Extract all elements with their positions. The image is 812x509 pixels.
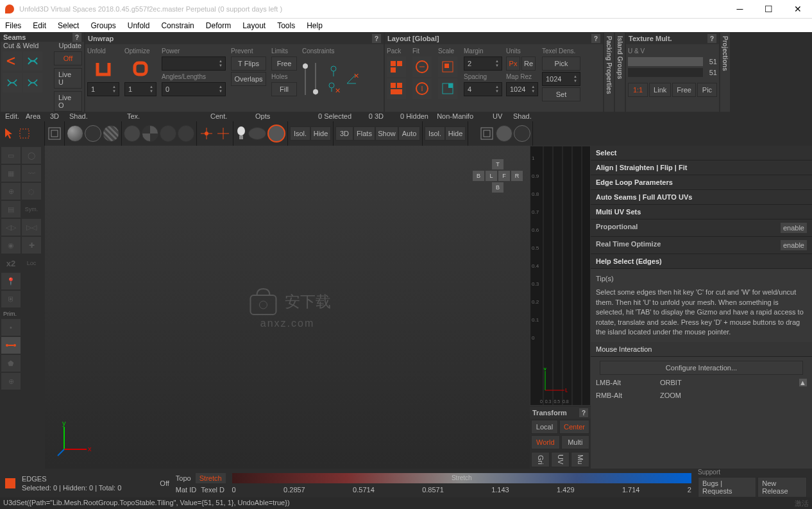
- tool-dot-icon[interactable]: •: [1, 319, 21, 336]
- cent-2-icon[interactable]: [216, 126, 231, 141]
- axis-icon[interactable]: ✕: [344, 72, 359, 86]
- fit-icon-2[interactable]: [412, 78, 432, 99]
- pointer-tool-icon[interactable]: [2, 126, 16, 141]
- spacing-spinner[interactable]: 4▲▼: [464, 82, 502, 96]
- pin-x-icon[interactable]: ✕: [326, 80, 341, 94]
- maximize-button[interactable]: ☐: [754, 0, 783, 18]
- shade-2-icon[interactable]: [85, 125, 101, 142]
- margin-spinner[interactable]: 2▲▼: [464, 56, 502, 71]
- constraint-slider-2[interactable]: [312, 60, 319, 98]
- pic-button[interactable]: Pic: [697, 83, 717, 97]
- set-button[interactable]: Set: [542, 87, 580, 101]
- multi-button[interactable]: Multi: [561, 435, 590, 449]
- shade-1-icon[interactable]: [67, 125, 83, 142]
- pin-icon[interactable]: [326, 64, 341, 78]
- light-icon[interactable]: [235, 126, 247, 141]
- bugs-button[interactable]: Bugs | Requests: [698, 477, 756, 497]
- center-button[interactable]: Center: [559, 420, 589, 434]
- matid-button[interactable]: Mat ID: [176, 486, 196, 494]
- mu-tab[interactable]: Mu: [571, 452, 589, 467]
- tool-grid-icon[interactable]: ▦: [1, 165, 21, 182]
- re-button[interactable]: Re: [521, 56, 536, 71]
- nav-bottom[interactable]: B: [492, 182, 503, 193]
- maprez-spinner[interactable]: 1024▲▼: [506, 82, 538, 96]
- uv-grid-viewport[interactable]: 10.90.80.70.60.50.40.30.20.10 vu 0 0.3 0…: [530, 146, 591, 406]
- nav-back[interactable]: B: [473, 171, 484, 181]
- link-button[interactable]: Link: [649, 83, 671, 97]
- hide-button[interactable]: Hide: [310, 126, 331, 141]
- nav-front[interactable]: F: [498, 171, 510, 181]
- show-button[interactable]: Show: [375, 126, 398, 141]
- help-icon[interactable]: ?: [72, 33, 81, 42]
- live-o-button[interactable]: Live O: [54, 91, 82, 112]
- live-u-button[interactable]: Live U: [54, 68, 82, 89]
- help-icon[interactable]: ?: [372, 34, 381, 43]
- menu-edit[interactable]: Edit: [33, 21, 46, 30]
- fill-button[interactable]: Fill: [271, 82, 297, 96]
- topo-button[interactable]: Topo: [176, 474, 191, 482]
- tex-4-icon[interactable]: [178, 125, 194, 142]
- tool-globe-icon[interactable]: ⊕: [1, 373, 21, 390]
- world-button[interactable]: World: [531, 435, 560, 449]
- 3d-button[interactable]: 3D: [335, 126, 353, 141]
- tool-wave-icon[interactable]: 〰: [22, 165, 41, 182]
- cut-tool2-icon[interactable]: [3, 73, 22, 92]
- proportional-section[interactable]: Proportionalenable: [591, 220, 812, 237]
- menu-groups[interactable]: Groups: [90, 21, 115, 30]
- menu-unfold[interactable]: Unfold: [128, 21, 150, 30]
- power-spinner[interactable]: ▲▼: [162, 56, 226, 71]
- tool-lasso-icon[interactable]: ◯: [22, 147, 41, 164]
- projections-tab[interactable]: Projections: [720, 33, 730, 112]
- uv-tab[interactable]: UV: [551, 452, 570, 467]
- menu-select[interactable]: Select: [58, 21, 79, 30]
- weld-tool-icon[interactable]: [23, 51, 42, 71]
- menu-constrain[interactable]: Constrain: [161, 21, 194, 30]
- tex-2-icon[interactable]: [142, 125, 158, 142]
- pack-icon-1[interactable]: [387, 56, 406, 77]
- tool-mesh-icon[interactable]: ▤: [1, 201, 21, 218]
- tflips-button[interactable]: T Flips: [231, 56, 266, 71]
- tool-flip2-icon[interactable]: ▷◁: [22, 219, 41, 236]
- scale-icon-2[interactable]: [438, 78, 457, 99]
- opt-2-icon[interactable]: [267, 125, 285, 142]
- unfold-spinner[interactable]: 1▲▼: [87, 82, 119, 96]
- menu-layout[interactable]: Layout: [242, 21, 266, 30]
- cent-1-icon[interactable]: [199, 126, 214, 141]
- constraint-slider-1[interactable]: [302, 60, 309, 98]
- texel-spinner[interactable]: 1024▲▼: [542, 72, 580, 86]
- select-section[interactable]: Select: [591, 146, 812, 160]
- isol-button[interactable]: Isol.: [290, 126, 310, 141]
- free-button[interactable]: Free: [672, 83, 696, 97]
- oneone-button[interactable]: 1:1: [628, 83, 648, 97]
- tool-edge-icon[interactable]: [1, 337, 21, 354]
- isol2-button[interactable]: Isol.: [425, 126, 445, 141]
- weld-tool2-icon[interactable]: [23, 73, 42, 92]
- opt-1-icon[interactable]: [248, 127, 266, 140]
- menu-files[interactable]: Files: [5, 21, 21, 30]
- overlaps-button[interactable]: Overlaps: [231, 72, 266, 86]
- nav-right[interactable]: R: [511, 171, 523, 181]
- close-button[interactable]: ✕: [783, 0, 812, 18]
- tool-flip-icon[interactable]: ◁▷: [1, 219, 21, 236]
- shade-3-icon[interactable]: [103, 125, 119, 142]
- minimize-button[interactable]: ─: [725, 0, 754, 18]
- help-icon[interactable]: ?: [579, 408, 588, 417]
- nav-cube[interactable]: T BLFR B: [472, 159, 523, 193]
- auto-button[interactable]: Auto: [398, 126, 420, 141]
- fit-icon-1[interactable]: [412, 56, 432, 77]
- tool-shield-icon[interactable]: ⛨: [1, 291, 21, 307]
- autoseams-section[interactable]: Auto Seams | Full AUTO UVs: [591, 190, 812, 205]
- angles-spinner[interactable]: 0▲▼: [162, 82, 226, 96]
- frame-tool-icon[interactable]: [47, 126, 62, 141]
- optimize-icon[interactable]: [124, 56, 156, 81]
- helpselect-section[interactable]: Help Select (Edges): [591, 254, 812, 269]
- tool-circle-icon[interactable]: ◌: [22, 183, 41, 200]
- off-label[interactable]: Off: [160, 479, 169, 487]
- enable-button[interactable]: enable: [781, 223, 807, 233]
- tex-3-icon[interactable]: [160, 125, 176, 142]
- help-icon[interactable]: ?: [591, 34, 600, 43]
- x2-label[interactable]: x2: [1, 255, 21, 272]
- menu-tools[interactable]: Tools: [277, 21, 295, 30]
- menu-help[interactable]: Help: [307, 21, 323, 30]
- tool-sphere-icon[interactable]: ⊕: [1, 183, 21, 200]
